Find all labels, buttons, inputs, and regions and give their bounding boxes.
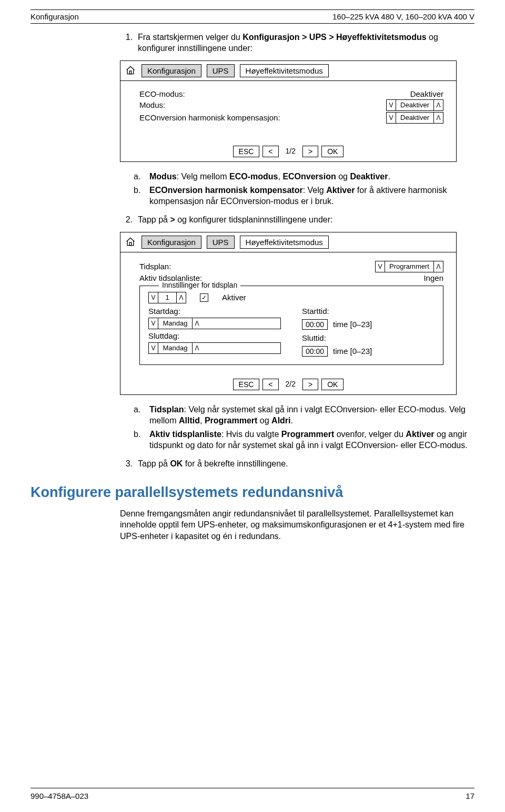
crumb-mode[interactable]: Høyeffektivitetsmodus [240, 64, 329, 77]
stepper-up-icon[interactable]: Λ [176, 292, 186, 303]
sluttid-input[interactable]: 00:00 [302, 346, 328, 357]
time-hint: time [0–23] [333, 347, 372, 356]
lcd-panel-1: Konfigurasjon UPS Høyeffektivitetsmodus … [120, 60, 457, 162]
crumb-config[interactable]: Konfigurasjon [142, 236, 201, 249]
crumb-ups[interactable]: UPS [207, 64, 235, 77]
footer-right: 17 [466, 791, 474, 800]
footer-left: 990–4758A–023 [31, 791, 88, 800]
stepper-up-icon[interactable]: Λ [192, 318, 201, 329]
substep-1b: b. ECOnversion harmonisk kompensator: Ve… [134, 185, 474, 207]
sluttdag-label: Sluttdag: [148, 331, 281, 340]
crumb-ups[interactable]: UPS [207, 236, 235, 249]
section-title: Konfigurere parallellsystemets redundans… [31, 484, 474, 501]
substep-2b: b. Aktiv tidsplanliste: Hvis du valgte P… [134, 429, 474, 451]
stepper-down-icon[interactable]: V [149, 292, 158, 303]
page-footer: 990–4758A–023 17 [31, 788, 474, 800]
esc-button[interactable]: ESC [233, 146, 260, 157]
stepper-down-icon[interactable]: V [149, 318, 158, 329]
next-button[interactable]: > [302, 379, 318, 390]
startdag-label: Startdag: [148, 307, 281, 316]
sluttid-label: Sluttid: [302, 333, 435, 342]
esc-button[interactable]: ESC [233, 379, 260, 390]
page-header: Konfigurasjon 160–225 kVA 480 V, 160–200… [31, 12, 474, 24]
step-3: 3. Tapp på OK for å bekrefte innstilling… [120, 459, 474, 470]
tidsplan-label: Tidsplan: [139, 262, 171, 271]
svg-rect-0 [129, 71, 131, 74]
header-left: Konfigurasjon [31, 12, 79, 21]
modus-stepper[interactable]: V Deaktiver Λ [386, 99, 443, 111]
tidsplan-fieldset: Innstillinger for tidsplan V 1 Λ ✓ Aktiv… [139, 286, 443, 365]
step-2: 2. Tapp på > og konfigurer tidsplaninnst… [120, 215, 474, 226]
breadcrumb: Konfigurasjon UPS Høyeffektivitetsmodus [120, 61, 456, 81]
starttid-label: Starttid: [302, 307, 435, 316]
header-right: 160–225 kVA 480 V, 160–200 kVA 400 V [332, 12, 474, 21]
harm-stepper[interactable]: V Deaktiver Λ [386, 112, 443, 124]
substep-1a: a. Modus: Velg mellom ECO-modus, ECOnver… [134, 171, 474, 182]
starttid-input[interactable]: 00:00 [302, 319, 328, 330]
panel-nav: ESC < 2/2 > OK [120, 379, 456, 390]
fieldset-legend: Innstillinger for tidsplan [159, 281, 240, 289]
home-icon[interactable] [125, 65, 136, 76]
startdag-stepper[interactable]: V Mandag Λ [148, 318, 281, 329]
step-num: 1. [120, 32, 133, 54]
stepper-up-icon[interactable]: Λ [433, 261, 443, 272]
next-button[interactable]: > [302, 146, 318, 157]
stepper-down-icon[interactable]: V [387, 113, 396, 123]
stepper-up-icon[interactable]: Λ [433, 100, 443, 110]
harm-label: ECOnversion harmonisk kompensasjon: [139, 113, 280, 122]
prev-button[interactable]: < [262, 379, 278, 390]
tidsplan-stepper[interactable]: V Programmert Λ [375, 261, 443, 272]
svg-rect-1 [129, 242, 131, 246]
panel-nav: ESC < 1/2 > OK [120, 146, 456, 157]
crumb-mode[interactable]: Høyeffektivitetsmodus [240, 236, 329, 249]
sluttdag-stepper[interactable]: V Mandag Λ [148, 342, 281, 354]
stepper-down-icon[interactable]: V [376, 261, 385, 272]
eco-value: Deaktiver [410, 89, 443, 98]
lcd-panel-2: Konfigurasjon UPS Høyeffektivitetsmodus … [120, 232, 457, 395]
index-stepper[interactable]: V 1 Λ [148, 292, 186, 303]
stepper-up-icon[interactable]: Λ [433, 113, 443, 123]
stepper-down-icon[interactable]: V [149, 343, 158, 353]
home-icon[interactable] [125, 236, 136, 248]
breadcrumb: Konfigurasjon UPS Høyeffektivitetsmodus [120, 232, 456, 252]
aktiver-label: Aktiver [222, 293, 246, 302]
ok-button[interactable]: OK [321, 146, 344, 157]
section-para: Denne fremgangsmåten angir redundansnivå… [120, 508, 474, 542]
page-indicator: 2/2 [280, 379, 301, 390]
stepper-up-icon[interactable]: Λ [192, 343, 201, 353]
step-1: 1. Fra startskjermen velger du Konfigura… [120, 32, 474, 54]
aktiver-checkbox[interactable]: ✓ [200, 293, 208, 302]
substep-2a: a. Tidsplan: Velg når systemet skal gå i… [134, 404, 474, 427]
crumb-config[interactable]: Konfigurasjon [142, 64, 201, 77]
prev-button[interactable]: < [262, 146, 278, 157]
modus-label: Modus: [139, 100, 165, 109]
aktiv-value: Ingen [423, 273, 443, 282]
time-hint: time [0–23] [333, 320, 372, 329]
stepper-down-icon[interactable]: V [387, 100, 396, 110]
eco-label: ECO-modus: [139, 89, 185, 98]
ok-button[interactable]: OK [321, 379, 344, 390]
page-indicator: 1/2 [280, 146, 301, 157]
